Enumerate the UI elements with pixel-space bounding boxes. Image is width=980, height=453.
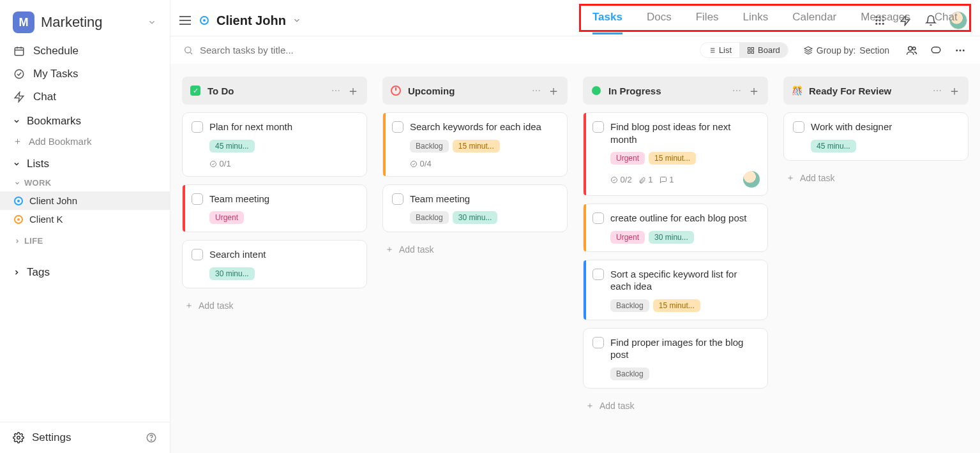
gear-icon[interactable] — [13, 432, 24, 443]
add-task-button[interactable]: ＋Add task — [382, 240, 568, 259]
column-more-icon[interactable]: ⋯ — [532, 85, 541, 96]
tag-badge: Urgent — [610, 231, 645, 244]
task-card[interactable]: Team meeting Backlog30 minu... — [382, 184, 568, 233]
list-item-client-john[interactable]: Client John — [0, 191, 170, 210]
sidebar-item-mytasks[interactable]: My Tasks — [0, 63, 170, 85]
page-title: Client John — [216, 13, 286, 28]
settings-label[interactable]: Settings — [32, 431, 71, 444]
task-card[interactable]: Search intent 30 minu... — [182, 240, 367, 288]
task-checkbox[interactable] — [793, 121, 804, 133]
tab-messages[interactable]: Messages — [861, 6, 910, 34]
svg-rect-28 — [751, 47, 754, 50]
layers-icon — [804, 46, 813, 55]
column-ready: 🎊 Ready For Review ⋯ ＋ Work with designe… — [783, 77, 969, 440]
plus-icon: ＋ — [585, 400, 594, 412]
subtask-count: 0/1 — [209, 159, 231, 168]
people-icon[interactable] — [905, 43, 919, 57]
tab-tasks[interactable]: Tasks — [592, 6, 622, 34]
view-list-button[interactable]: List — [700, 43, 739, 57]
task-checkbox[interactable] — [592, 337, 604, 348]
task-card[interactable]: Sort a specific keyword list for each id… — [583, 260, 768, 320]
column-header: In Progress ⋯ ＋ — [583, 77, 768, 105]
task-card[interactable]: create outline for each blog post Urgent… — [583, 204, 768, 252]
search-input[interactable] — [200, 45, 455, 56]
subtask-count: 0/4 — [410, 159, 432, 168]
column-add-icon[interactable]: ＋ — [748, 82, 760, 100]
sidebar-item-label: Schedule — [33, 45, 79, 57]
task-card[interactable]: Team meeting Urgent — [182, 184, 367, 233]
list-group-life[interactable]: LIFE — [0, 232, 170, 249]
column-add-icon[interactable]: ＋ — [547, 82, 560, 100]
add-bookmark-button[interactable]: ＋ Add Bookmark — [0, 131, 170, 151]
task-card[interactable]: Find blog post ideas for next month Urge… — [583, 112, 768, 196]
task-checkbox[interactable] — [592, 269, 604, 280]
tab-files[interactable]: Files — [696, 6, 719, 34]
task-checkbox[interactable] — [192, 193, 203, 205]
task-checkbox[interactable] — [192, 121, 203, 133]
svg-rect-0 — [15, 48, 24, 56]
attachment-count: 1 — [638, 175, 653, 184]
column-header: Upcoming ⋯ ＋ — [382, 77, 568, 105]
task-card[interactable]: Plan for next month 45 minu... 0/1 — [182, 112, 367, 177]
card-badges: Urgent30 minu... — [610, 231, 760, 244]
view-board-button[interactable]: Board — [739, 43, 788, 57]
column-more-icon[interactable]: ⋯ — [331, 85, 340, 96]
bookmarks-section[interactable]: Bookmarks — [0, 108, 170, 131]
workspace-switcher[interactable]: M Marketing — [0, 0, 170, 40]
column-add-icon[interactable]: ＋ — [347, 82, 359, 100]
task-card[interactable]: Work with designer 45 minu... — [783, 112, 969, 161]
tags-section[interactable]: Tags — [0, 260, 170, 283]
column-more-icon[interactable]: ⋯ — [732, 85, 741, 96]
more-icon[interactable] — [953, 43, 967, 57]
menu-toggle-button[interactable] — [177, 12, 193, 29]
svg-marker-31 — [804, 47, 812, 50]
task-checkbox[interactable] — [592, 212, 604, 224]
svg-point-36 — [960, 49, 961, 51]
chevron-down-icon — [292, 16, 301, 25]
task-card[interactable]: Find proper images for the blog post Bac… — [583, 328, 768, 389]
tag-badge: 30 minu... — [209, 267, 255, 280]
lists-section[interactable]: Lists — [0, 151, 170, 174]
card-accent — [183, 185, 185, 232]
add-task-label: Add task — [199, 301, 233, 311]
list-group-work[interactable]: WORK — [0, 174, 170, 191]
page-title-dropdown[interactable]: Client John — [200, 13, 301, 28]
task-checkbox[interactable] — [192, 249, 203, 260]
add-task-button[interactable]: ＋Add task — [783, 168, 969, 188]
card-meta: 0/2 1 1 — [610, 171, 760, 188]
add-task-button[interactable]: ＋Add task — [182, 296, 367, 315]
list-item-label: Client John — [29, 195, 77, 206]
tab-docs[interactable]: Docs — [647, 6, 672, 34]
add-task-label: Add task — [599, 401, 634, 411]
column-add-icon[interactable]: ＋ — [948, 82, 961, 100]
tag-badge: 45 minu... — [811, 140, 856, 152]
add-task-label: Add task — [800, 173, 834, 183]
task-title: Plan for next month — [209, 121, 292, 133]
tab-chat[interactable]: Chat — [935, 6, 958, 34]
board: ✓ To Do ⋯ ＋ Plan for next month 45 minu.… — [170, 64, 980, 453]
task-card[interactable]: Search keywords for each idea Backlog15 … — [382, 112, 568, 177]
svg-point-8 — [151, 440, 151, 440]
column-header: 🎊 Ready For Review ⋯ ＋ — [783, 77, 969, 105]
search-icon — [183, 45, 193, 56]
help-icon[interactable] — [146, 432, 157, 443]
task-checkbox[interactable] — [592, 121, 604, 133]
sidebar-item-schedule[interactable]: Schedule — [0, 40, 170, 63]
list-item-client-k[interactable]: Client K — [0, 210, 170, 228]
plus-icon: ＋ — [385, 244, 394, 255]
sidebar-item-chat[interactable]: Chat — [0, 85, 170, 108]
task-title: Search keywords for each idea — [410, 121, 541, 133]
list-item-label: Client K — [29, 214, 63, 225]
add-task-button[interactable]: ＋Add task — [583, 396, 768, 415]
tab-calendar[interactable]: Calendar — [792, 6, 836, 34]
tab-links[interactable]: Links — [743, 6, 769, 34]
comment-count: 1 — [660, 175, 674, 184]
svg-point-35 — [956, 49, 958, 51]
groupby-value: Section — [859, 45, 889, 56]
groupby-dropdown[interactable]: Group by: Section — [804, 45, 889, 56]
chat-icon[interactable] — [929, 43, 943, 57]
assignee-avatar[interactable] — [743, 171, 760, 188]
task-checkbox[interactable] — [392, 121, 403, 133]
column-more-icon[interactable]: ⋯ — [933, 85, 942, 96]
task-checkbox[interactable] — [392, 193, 403, 205]
